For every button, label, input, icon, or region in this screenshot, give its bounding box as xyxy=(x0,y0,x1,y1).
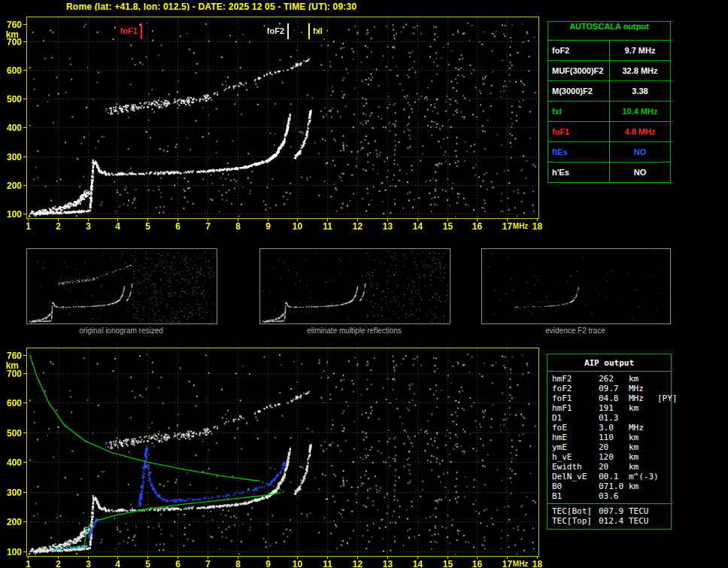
autoscala-row-value: 10.4 MHz xyxy=(610,102,670,121)
aip-row: TEC[Top]012.4TECU xyxy=(548,516,671,526)
aip-separator xyxy=(548,503,671,504)
autoscala-row: ftEsNO xyxy=(548,142,670,163)
aip-val: 071.0 xyxy=(599,481,629,491)
aip-unit: TECU xyxy=(629,506,657,516)
autoscala-row-label: foF2 xyxy=(548,41,610,60)
aip-name: B1 xyxy=(552,491,599,501)
aip-unit: km xyxy=(629,442,657,452)
thumbnail-caption-f2: evidence F2 trace xyxy=(481,327,669,336)
aip-tec-rows: TEC[Bot]007.9TECUTEC[Top]012.4TECU xyxy=(548,506,671,526)
ionogram-top-canvas xyxy=(0,11,544,244)
aip-unit: m^(-3) xyxy=(629,472,657,481)
aip-row: foF209.7MHz xyxy=(548,384,671,393)
aip-output-panel: AIP output hmF2262kmfoF209.7MHzfoF104.8M… xyxy=(547,354,672,530)
aip-row: DelN_vE00.1m^(-3) xyxy=(548,472,671,481)
autoscala-title: AUTOSCALA output xyxy=(548,22,670,41)
autoscala-row: foF14.8 MHz xyxy=(548,122,670,142)
aip-extra xyxy=(657,506,671,516)
aip-name: foE xyxy=(552,423,599,433)
aip-extra: [PY] xyxy=(657,393,678,403)
aip-unit: km xyxy=(629,452,657,462)
aip-extra xyxy=(657,462,671,472)
aip-val: 012.4 xyxy=(599,516,629,526)
aip-row: h_vE120km xyxy=(548,452,671,462)
autoscala-row-value: 32.8 MHz xyxy=(610,61,670,80)
aip-name: hmE xyxy=(552,433,599,442)
aip-extra xyxy=(657,516,671,526)
aip-name: Ewidth xyxy=(552,462,599,472)
aip-row: D101.3 xyxy=(548,413,671,423)
thumbnail-eliminate-multiples xyxy=(259,248,450,324)
aip-name: B0 xyxy=(552,481,599,491)
aip-val: 120 xyxy=(599,452,629,462)
autoscala-row-label: h'Es xyxy=(548,163,610,182)
aip-extra xyxy=(657,423,671,433)
aip-extra xyxy=(657,442,671,452)
aip-val: 20 xyxy=(599,442,629,452)
aip-unit: km xyxy=(629,374,657,384)
aip-val: 191 xyxy=(599,403,629,413)
aip-extra xyxy=(657,452,671,462)
autoscala-row-label: M(3000)F2 xyxy=(548,81,610,101)
aip-row: foE3.0MHz xyxy=(548,423,671,433)
autoscala-row-label: ftEs xyxy=(548,142,610,162)
ionogram-bottom-canvas xyxy=(0,342,544,568)
thumbnail-evidence-f2-trace xyxy=(481,248,671,324)
aip-unit: MHz xyxy=(629,423,657,433)
aip-val: 20 xyxy=(599,462,629,472)
aip-row: hmF1191km xyxy=(548,403,671,413)
aip-name: D1 xyxy=(552,413,599,423)
aip-extra xyxy=(657,374,671,384)
aip-val: 262 xyxy=(599,374,629,384)
aip-name: TEC[Bot] xyxy=(552,506,599,516)
aip-extra xyxy=(657,403,671,413)
autoscala-row: fxI10.4 MHz xyxy=(548,102,670,122)
aip-name: TEC[Top] xyxy=(552,516,599,526)
autoscala-row: foF29.7 MHz xyxy=(548,41,670,61)
thumbnail-original-ionogram xyxy=(26,248,217,324)
aip-name: hmF1 xyxy=(552,403,599,413)
aip-unit: km xyxy=(629,403,657,413)
aip-val: 00.1 xyxy=(599,472,629,481)
aip-rows: hmF2262kmfoF209.7MHzfoF104.8MHz[PY]hmF11… xyxy=(548,374,671,501)
aip-row: hmF2262km xyxy=(548,374,671,384)
aip-name: hmF2 xyxy=(552,374,599,384)
autoscala-rows: foF29.7 MHzMUF(3000)F232.8 MHzM(3000)F23… xyxy=(548,41,670,182)
autoscala-row-label: MUF(3000)F2 xyxy=(548,61,610,80)
autoscala-row: MUF(3000)F232.8 MHz xyxy=(548,61,670,81)
autoscala-row-value: 9.7 MHz xyxy=(610,41,670,60)
aip-row: hmE110km xyxy=(548,433,671,442)
aip-name: foF1 xyxy=(552,393,599,403)
aip-unit xyxy=(629,491,657,501)
aip-unit: MHz xyxy=(629,393,657,403)
autoscala-row: h'EsNO xyxy=(548,163,670,182)
aip-val: 110 xyxy=(599,433,629,442)
autoscala-row-label: foF1 xyxy=(548,122,610,141)
aip-row: B103.6 xyxy=(548,491,671,501)
aip-unit: km xyxy=(629,481,657,491)
aip-extra xyxy=(657,472,671,481)
aip-name: ymE xyxy=(552,442,599,452)
aip-unit: MHz xyxy=(629,384,657,393)
thumbnail-caption-multiples: eliminate multiple reflections xyxy=(259,327,449,336)
autoscala-row: M(3000)F23.38 xyxy=(548,81,670,102)
autoscala-row-value: 4.8 MHz xyxy=(610,122,670,141)
autoscala-output-panel: AUTOSCALA output foF29.7 MHzMUF(3000)F23… xyxy=(548,21,671,183)
aip-extra xyxy=(657,433,671,442)
aip-val: 04.8 xyxy=(599,393,629,403)
aip-unit xyxy=(629,413,657,423)
aip-val: 007.9 xyxy=(599,506,629,516)
aip-extra xyxy=(657,481,671,491)
aip-title: AIP output xyxy=(548,357,671,372)
aip-row: Ewidth20km xyxy=(548,462,671,472)
aip-val: 09.7 xyxy=(599,384,629,393)
aip-row: TEC[Bot]007.9TECU xyxy=(548,506,671,516)
aip-row: foF104.8MHz[PY] xyxy=(548,393,671,403)
aip-name: DelN_vE xyxy=(552,472,599,481)
aip-name: foF2 xyxy=(552,384,599,393)
aip-val: 03.6 xyxy=(599,491,629,501)
aip-extra xyxy=(657,384,671,393)
autoscala-row-value: NO xyxy=(610,163,670,182)
aip-row: ymE20km xyxy=(548,442,671,452)
aip-name: h_vE xyxy=(552,452,599,462)
